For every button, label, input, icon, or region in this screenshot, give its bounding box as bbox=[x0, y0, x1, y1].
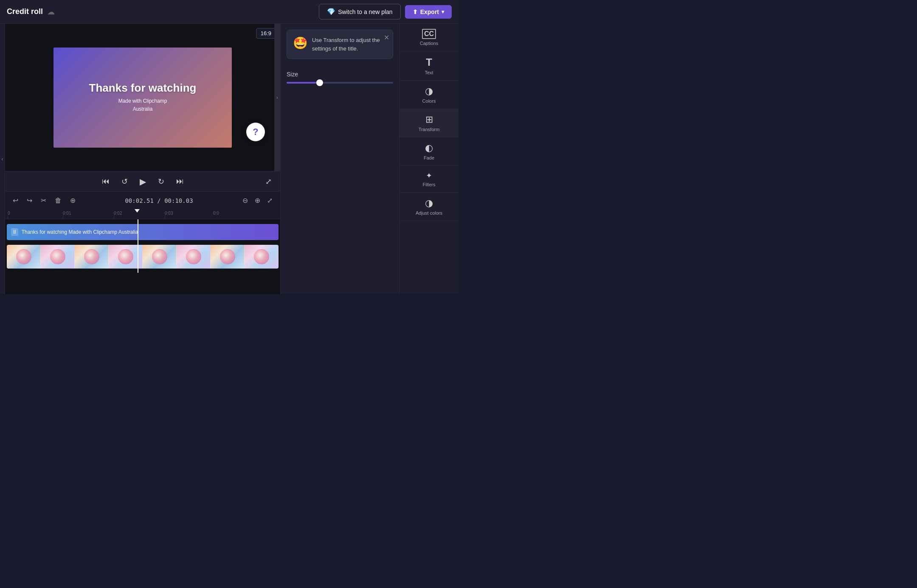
slider-thumb[interactable] bbox=[316, 79, 323, 86]
diamond-icon: 💎 bbox=[327, 8, 335, 16]
tooltip-card: 🤩 Use Transform to adjust the settings o… bbox=[287, 30, 393, 59]
redo-button[interactable]: ↪ bbox=[24, 195, 35, 206]
tool-colors[interactable]: ◑ Colors bbox=[399, 81, 458, 109]
add-clip-button[interactable]: ⊕ bbox=[68, 195, 78, 206]
text-track-row: II Thanks for watching Made with Clipcha… bbox=[7, 223, 278, 241]
zoom-controls: ⊖ ⊕ ⤢ bbox=[240, 195, 275, 206]
video-sub-text: Made with Clipchamp Australia bbox=[118, 97, 167, 113]
tool-fade[interactable]: ◐ Fade bbox=[399, 137, 458, 166]
text-track[interactable]: II Thanks for watching Made with Clipcha… bbox=[7, 224, 278, 240]
upgrade-button[interactable]: 💎 Switch to a new plan bbox=[319, 4, 400, 20]
playhead-line bbox=[138, 219, 138, 273]
fade-icon: ◐ bbox=[425, 143, 433, 154]
filters-icon: ✦ bbox=[426, 171, 432, 180]
text-label: Text bbox=[425, 70, 433, 75]
cloud-icon: ☁ bbox=[47, 7, 55, 17]
text-icon: T bbox=[426, 56, 432, 68]
export-chevron-icon: ▾ bbox=[442, 9, 444, 15]
aspect-ratio-badge: 16:9 bbox=[256, 28, 276, 39]
project-title: Credit roll bbox=[7, 7, 43, 16]
thumb-8 bbox=[245, 245, 278, 269]
ruler-mark-0: 0 bbox=[8, 211, 10, 216]
tool-transform[interactable]: ⊞ Transform bbox=[399, 109, 458, 137]
expand-timeline-button[interactable]: ⤢ bbox=[264, 195, 275, 206]
adjust-colors-icon: ◑ bbox=[425, 198, 433, 209]
fullscreen-button[interactable]: ⤢ bbox=[264, 175, 273, 188]
size-section: Size bbox=[281, 65, 399, 84]
transform-label: Transform bbox=[419, 127, 440, 132]
video-canvas: Thanks for watching Made with Clipchamp … bbox=[53, 48, 232, 148]
zoom-out-button[interactable]: ⊖ bbox=[240, 195, 250, 206]
upgrade-label: Switch to a new plan bbox=[338, 8, 392, 15]
size-slider[interactable] bbox=[287, 82, 393, 84]
video-track[interactable] bbox=[7, 245, 278, 269]
rewind-10-button[interactable]: ↺ bbox=[120, 175, 129, 188]
ruler-tick-0 bbox=[8, 216, 8, 219]
tool-adjust-colors[interactable]: ◑ Adjust colors bbox=[399, 193, 458, 221]
video-main-text: Thanks for watching bbox=[89, 81, 197, 95]
timeline-area: 0 0:01 0:02 0:03 0:0 bbox=[5, 209, 280, 294]
center-content: Thanks for watching Made with Clipchamp … bbox=[5, 24, 280, 294]
playback-controls: ⏮ ↺ ▶ ↻ ⏭ ⤢ bbox=[5, 171, 280, 191]
text-track-label: Thanks for watching Made with Clipchamp … bbox=[22, 229, 138, 235]
video-track-row bbox=[7, 244, 278, 269]
timeline-timestamp: 00:02.51 / 00:10.03 bbox=[125, 197, 193, 204]
thumb-1 bbox=[7, 245, 41, 269]
tool-text[interactable]: T Text bbox=[399, 51, 458, 81]
tool-captions[interactable]: CC Captions bbox=[399, 24, 458, 51]
fade-label: Fade bbox=[424, 155, 434, 160]
tooltip-emoji: 🤩 bbox=[293, 36, 308, 50]
undo-button[interactable]: ↩ bbox=[10, 195, 21, 206]
thumb-2 bbox=[41, 245, 75, 269]
right-chevron-icon: › bbox=[276, 95, 278, 101]
cut-button[interactable]: ✂ bbox=[38, 195, 49, 206]
export-label: Export bbox=[420, 8, 439, 15]
thumb-6 bbox=[177, 245, 211, 269]
export-button[interactable]: ⬆ Export ▾ bbox=[405, 5, 452, 19]
text-track-icon: II bbox=[11, 228, 18, 236]
delete-button[interactable]: 🗑 bbox=[52, 195, 64, 206]
export-arrow-icon: ⬆ bbox=[413, 8, 418, 15]
colors-icon: ◑ bbox=[425, 86, 433, 97]
size-label: Size bbox=[287, 71, 393, 78]
video-preview-container: Thanks for watching Made with Clipchamp … bbox=[5, 24, 280, 171]
colors-label: Colors bbox=[422, 98, 436, 104]
tooltip-close-button[interactable]: ✕ bbox=[384, 34, 389, 42]
left-chevron-icon: ‹ bbox=[2, 156, 3, 162]
ruler-mark-1: 0:01 bbox=[63, 211, 71, 216]
captions-label: Captions bbox=[420, 41, 438, 46]
left-collapse-button[interactable]: ‹ bbox=[0, 24, 5, 294]
main-area: ‹ Thanks for watching Made with Clipcham… bbox=[0, 24, 458, 294]
help-button[interactable]: ? bbox=[246, 123, 265, 141]
captions-icon: CC bbox=[422, 29, 436, 39]
skip-back-button[interactable]: ⏮ bbox=[100, 175, 111, 188]
preview-right-collapse[interactable]: › bbox=[274, 24, 280, 171]
properties-panel: 🤩 Use Transform to adjust the settings o… bbox=[280, 24, 399, 294]
thumb-7 bbox=[211, 245, 245, 269]
ruler-tick-1 bbox=[63, 216, 63, 219]
thumb-5 bbox=[143, 245, 177, 269]
topbar: Credit roll ☁ 💎 Switch to a new plan ⬆ E… bbox=[0, 0, 458, 24]
play-button[interactable]: ▶ bbox=[138, 175, 148, 188]
tool-filters[interactable]: ✦ Filters bbox=[399, 166, 458, 193]
tracks-container: II Thanks for watching Made with Clipcha… bbox=[5, 219, 280, 273]
ruler-mark-3: 0:03 bbox=[165, 211, 173, 216]
skip-forward-button[interactable]: ⏭ bbox=[174, 175, 186, 188]
video-thumbnails bbox=[7, 245, 278, 269]
zoom-in-button[interactable]: ⊕ bbox=[252, 195, 263, 206]
timeline-toolbar: ↩ ↪ ✂ 🗑 ⊕ 00:02.51 / 00:10.03 ⊖ ⊕ ⤢ bbox=[5, 191, 280, 209]
tooltip-text: Use Transform to adjust the settings of … bbox=[312, 36, 387, 53]
filters-label: Filters bbox=[423, 182, 436, 187]
size-slider-container bbox=[287, 82, 393, 84]
topbar-left: Credit roll ☁ bbox=[7, 7, 55, 17]
ruler-mark-2: 0:02 bbox=[114, 211, 122, 216]
forward-10-button[interactable]: ↻ bbox=[156, 175, 166, 188]
right-tools-panel: CC Captions T Text ◑ Colors ⊞ Transform … bbox=[399, 24, 458, 294]
topbar-center: 💎 Switch to a new plan ⬆ Export ▾ bbox=[319, 4, 452, 20]
transform-icon: ⊞ bbox=[425, 114, 433, 125]
time-ruler: 0 0:01 0:02 0:03 0:0 bbox=[5, 209, 280, 219]
thumb-3 bbox=[75, 245, 109, 269]
ruler-tick-2 bbox=[114, 216, 114, 219]
ruler-tick-3 bbox=[165, 216, 165, 219]
adjust-colors-label: Adjust colors bbox=[416, 210, 442, 216]
